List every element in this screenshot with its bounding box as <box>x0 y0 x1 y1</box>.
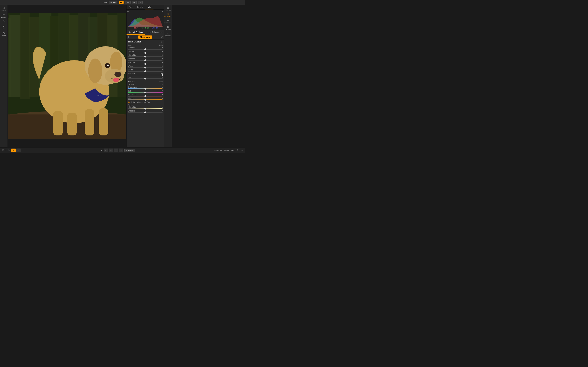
view-icon: ⊕ <box>3 32 5 35</box>
vibrance-slider[interactable] <box>128 100 163 100</box>
tool-fix[interactable]: ✦ FIX <box>0 24 7 31</box>
tool-paint[interactable]: ⬡ <box>0 19 7 24</box>
haze-slider-row[interactable] <box>127 78 164 80</box>
tint-slider[interactable] <box>128 92 163 93</box>
exposure-slider[interactable] <box>128 49 163 50</box>
zoom-value-display[interactable]: 62.63 ▾ <box>109 1 117 4</box>
zoom-25-button[interactable]: 25 <box>138 1 143 4</box>
bottom-expand-btn[interactable]: ⊞ <box>104 149 108 152</box>
purity-highlights-thumb[interactable] <box>144 108 146 109</box>
tab-nav[interactable]: Nav <box>127 5 135 9</box>
bottom-info-icon[interactable]: ℹ <box>5 149 6 151</box>
bottom-circle-btn[interactable]: ○ <box>114 149 118 152</box>
resize-label: RESIZE <box>165 35 171 37</box>
tool-view[interactable]: ⊕ VIEW <box>0 31 7 37</box>
whites-slider[interactable] <box>128 67 163 68</box>
saturation-slider[interactable] <box>128 96 163 96</box>
structure-thumb[interactable] <box>162 74 164 76</box>
panel-scroll-area[interactable]: Tone & Color ↺ Tone: Auto Exposure 0 <box>127 40 164 147</box>
zoom-50-button[interactable]: 50 <box>132 1 137 4</box>
contrast-label: Contrast <box>128 50 140 52</box>
temperature-slider[interactable] <box>128 88 163 89</box>
exposure-slider-row[interactable] <box>127 49 164 50</box>
reset-button[interactable]: Reset <box>224 149 229 151</box>
tab-levels[interactable]: Levels <box>135 5 146 9</box>
tab-info[interactable]: Info <box>145 5 153 9</box>
purity-shadows-slider[interactable] <box>128 112 163 113</box>
midtones-thumb[interactable] <box>144 59 146 61</box>
shadows-slider[interactable] <box>128 64 163 64</box>
view-split-btn[interactable]: ◫ <box>16 149 21 152</box>
blacks-slider-row[interactable] <box>127 71 164 72</box>
whites-label: Whites <box>128 65 140 67</box>
tool-crop[interactable]: ⊡ CROP <box>0 6 7 12</box>
tool-resize[interactable]: ⤡ RESIZE <box>165 32 171 38</box>
tool-effects[interactable]: ✦ EFFECTS <box>165 18 171 25</box>
canvas-area[interactable]: nylon <box>8 5 126 147</box>
show-more-button[interactable]: Show More <box>138 35 152 39</box>
highlights-slider[interactable] <box>128 56 163 57</box>
bottom-star-btn[interactable]: ★ <box>119 149 123 152</box>
purity-shadows-thumb[interactable] <box>144 111 146 113</box>
more-options-icon[interactable]: ⋯ <box>241 149 243 152</box>
temperature-thumb[interactable] <box>144 88 146 90</box>
zoom-100-button[interactable]: 100 <box>125 1 130 4</box>
purity-highlights-slider-row[interactable] <box>127 108 164 110</box>
haze-slider[interactable] <box>128 78 163 79</box>
purity-highlights-slider[interactable] <box>128 108 163 109</box>
bottom-up-nav[interactable]: ▲ <box>100 149 103 152</box>
structure-slider-row[interactable] <box>127 75 164 76</box>
tab-overall-settings[interactable]: Overall Settings <box>127 30 145 35</box>
purity-shadows-slider-row[interactable] <box>127 112 164 113</box>
reset-all-button[interactable]: Reset All <box>214 149 222 151</box>
blacks-slider[interactable] <box>128 71 163 72</box>
exposure-label: Exposure <box>128 47 140 49</box>
bottom-rect-icon[interactable]: ⊡ <box>2 149 4 151</box>
whites-thumb[interactable] <box>144 67 146 68</box>
whites-slider-row[interactable] <box>127 67 164 69</box>
temperature-slider-row[interactable] <box>127 88 164 90</box>
contrast-thumb[interactable] <box>144 52 146 54</box>
tool-develop[interactable]: ◎ DEVELOP <box>165 12 171 18</box>
svg-rect-32 <box>67 113 77 135</box>
bottom-center-actions: ▲ ⊞ A ○ ★ Preview <box>100 149 135 152</box>
contrast-slider[interactable] <box>128 53 163 53</box>
eyedrop-icon[interactable]: ✒ <box>128 80 130 83</box>
shadows-thumb[interactable] <box>144 63 146 65</box>
tone-color-collapse-icon[interactable]: ↺ <box>160 40 163 43</box>
tool-browse[interactable]: ▤ BROWSE <box>165 6 171 12</box>
tab-local-adjustments[interactable]: Local Adjustments <box>145 30 164 35</box>
structure-slider[interactable] <box>128 75 163 75</box>
histogram-right-arrow[interactable]: ▶ <box>162 10 163 12</box>
tool-local[interactable]: ✏ LOCAL <box>0 12 7 19</box>
preview-button[interactable]: Preview <box>124 149 135 152</box>
blacks-thumb[interactable] <box>144 70 146 72</box>
midtones-slider-row[interactable] <box>127 60 164 61</box>
haze-thumb[interactable] <box>144 78 146 80</box>
tint-thumb[interactable] <box>144 92 146 93</box>
highlights-slider-row[interactable] <box>127 56 164 58</box>
zoom-dropdown-icon[interactable]: ▾ <box>115 1 116 3</box>
saturation-thumb[interactable] <box>144 95 146 97</box>
tint-slider-row[interactable] <box>127 92 164 93</box>
histogram-section: ◀ ▶ Red 20 | Green 20 | <box>127 10 164 30</box>
saturation-slider-row[interactable] <box>127 96 164 97</box>
shadows-slider-row[interactable] <box>127 64 164 65</box>
reset-arrow-icon[interactable]: ↺ <box>161 36 163 38</box>
as-shot-dropdown[interactable]: ▾ <box>162 83 163 85</box>
tool-layers[interactable]: ⧉ LAYERS <box>165 25 171 31</box>
sync-button[interactable]: Sync <box>231 149 235 151</box>
zoom-fit-button[interactable]: Fit <box>119 1 123 4</box>
histogram-left-arrow[interactable]: ◀ <box>127 10 129 12</box>
bottom-text-btn[interactable]: A <box>109 149 113 152</box>
reduce-vibrance-checkbox[interactable] <box>128 101 130 103</box>
contrast-slider-row[interactable] <box>127 53 164 54</box>
exposure-thumb[interactable] <box>144 48 146 50</box>
highlights-thumb[interactable] <box>144 56 146 58</box>
view-single-btn[interactable]: ▪ <box>11 149 16 152</box>
vibrance-slider-row[interactable] <box>127 100 164 101</box>
export-icon[interactable]: ⇧ <box>237 149 239 152</box>
bottom-gear-icon[interactable]: ⚙ <box>8 149 10 151</box>
midtones-slider[interactable] <box>128 60 163 61</box>
vibrance-thumb[interactable] <box>144 99 146 101</box>
